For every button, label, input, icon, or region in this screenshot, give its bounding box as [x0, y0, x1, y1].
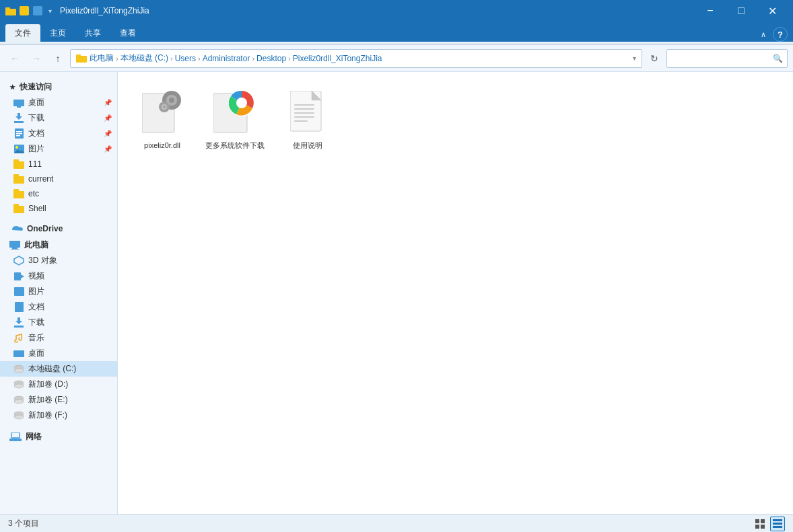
file-name-link: 更多系统软件下载 — [205, 141, 265, 150]
sidebar-item-current[interactable]: current — [0, 172, 117, 186]
folder-shell-icon — [13, 203, 24, 214]
pin-icon-0: 📌 — [104, 99, 112, 106]
sidebar-item-3d[interactable]: 3D 对象 — [0, 253, 117, 268]
address-dropdown-icon[interactable]: ▾ — [633, 54, 636, 62]
status-bar: 3 个项目 — [0, 514, 793, 532]
drive-c-icon — [13, 364, 24, 375]
pics2-icon — [13, 287, 24, 297]
svg-rect-69 — [773, 526, 782, 528]
sidebar-item-drive-d[interactable]: 新加卷 (D:) — [0, 377, 117, 392]
svg-point-34 — [14, 400, 24, 404]
main-layout: ★ 快速访问 桌面 📌 下载 📌 文档 📌 — [0, 72, 793, 514]
svg-rect-21 — [14, 287, 24, 296]
svg-rect-63 — [755, 519, 759, 523]
file-item-dll[interactable]: pixeliz0r.dll — [129, 83, 196, 155]
tab-share[interactable]: 共享 — [75, 24, 110, 42]
sidebar-item-music[interactable]: 音乐 — [0, 330, 117, 346]
sidebar-item-docs2[interactable]: 文档 — [0, 299, 117, 315]
sidebar-item-shell[interactable]: Shell — [0, 201, 117, 216]
file-name-dll: pixeliz0r.dll — [144, 141, 180, 150]
sidebar-item-etc[interactable]: etc — [0, 186, 117, 201]
sidebar-item-download1[interactable]: 下载 📌 — [0, 110, 117, 126]
sidebar-item-pics1[interactable]: 图片 📌 — [0, 141, 117, 157]
svg-rect-64 — [761, 519, 765, 523]
folder-etc-icon — [13, 188, 24, 199]
tab-home[interactable]: 主页 — [40, 24, 75, 42]
svg-marker-18 — [14, 256, 24, 265]
svg-point-37 — [14, 415, 24, 419]
minimize-button[interactable]: − — [695, 0, 726, 22]
help-button[interactable]: ? — [773, 27, 788, 42]
svg-point-28 — [14, 369, 24, 373]
sidebar: ★ 快速访问 桌面 📌 下载 📌 文档 📌 — [0, 72, 118, 514]
svg-rect-25 — [13, 350, 24, 357]
forward-button[interactable]: → — [27, 49, 46, 68]
svg-rect-38 — [11, 432, 20, 438]
svg-rect-68 — [773, 523, 782, 525]
svg-rect-17 — [11, 249, 19, 250]
sidebar-item-video[interactable]: 视频 — [0, 268, 117, 284]
link-file-icon — [213, 89, 256, 135]
sidebar-item-111[interactable]: 111 — [0, 157, 117, 172]
back-button[interactable]: ← — [5, 49, 24, 68]
video-icon — [13, 271, 24, 282]
up-button[interactable]: ↑ — [48, 49, 67, 68]
ribbon-collapse-icon[interactable]: ∧ — [757, 30, 770, 39]
list-view-button[interactable] — [770, 517, 785, 531]
search-box[interactable]: 🔍 — [666, 49, 788, 68]
file-item-link[interactable]: 更多系统软件下载 — [201, 83, 269, 155]
svg-rect-39 — [9, 439, 13, 441]
svg-rect-66 — [761, 525, 765, 529]
sep-4: › — [252, 54, 254, 63]
pin-icon-3: 📌 — [104, 145, 112, 153]
sep-3: › — [198, 54, 201, 63]
sidebar-item-drive-c[interactable]: 本地磁盘 (C:) — [0, 361, 117, 377]
svg-rect-6 — [14, 121, 24, 123]
maximize-button[interactable]: □ — [726, 0, 757, 22]
drive-e-icon — [13, 395, 24, 406]
breadcrumb-c[interactable]: 本地磁盘 (C:) — [120, 52, 168, 64]
desktop-icon — [13, 98, 24, 108]
svg-point-13 — [15, 146, 18, 149]
sep-5: › — [288, 54, 291, 63]
title-bar-icons: ▾ — [5, 7, 55, 15]
view-controls — [753, 517, 785, 531]
network-section: 网络 — [0, 427, 117, 445]
sidebar-item-drive-e[interactable]: 新加卷 (E:) — [0, 392, 117, 408]
ribbon: 文件 主页 共享 查看 ∧ ? — [0, 22, 793, 45]
tab-view[interactable]: 查看 — [110, 24, 145, 42]
svg-point-47 — [169, 98, 174, 103]
svg-rect-4 — [13, 100, 24, 106]
svg-rect-3 — [76, 54, 81, 57]
tab-file[interactable]: 文件 — [5, 24, 40, 42]
link-icon-container — [211, 88, 259, 137]
breadcrumb-this-pc[interactable]: 此电脑 — [90, 52, 114, 64]
sidebar-item-desktop1[interactable]: 桌面 📌 — [0, 95, 117, 110]
ribbon-tab-bar: 文件 主页 共享 查看 ∧ ? — [0, 22, 793, 42]
sidebar-item-drive-f[interactable]: 新加卷 (F:) — [0, 408, 117, 423]
refresh-button[interactable]: ↻ — [645, 49, 664, 68]
sidebar-item-docs1[interactable]: 文档 📌 — [0, 126, 117, 141]
folder-address-icon — [76, 54, 87, 63]
address-bar[interactable]: 此电脑 › 本地磁盘 (C:) › Users › Administrator … — [70, 49, 642, 68]
sidebar-item-desktop2[interactable]: 桌面 — [0, 346, 117, 361]
breadcrumb-admin[interactable]: Administrator — [203, 54, 250, 63]
sidebar-item-download2[interactable]: 下载 — [0, 315, 117, 330]
close-button[interactable]: ✕ — [757, 0, 788, 22]
music-icon — [13, 333, 24, 344]
sidebar-item-pics2[interactable]: 图片 — [0, 284, 117, 299]
svg-marker-7 — [15, 113, 22, 120]
folder-111-icon — [13, 159, 24, 169]
file-item-txt[interactable]: 使用说明 — [274, 83, 341, 155]
pin-icon-2: 📌 — [104, 130, 112, 137]
svg-point-54 — [236, 98, 247, 108]
grid-view-button[interactable] — [753, 517, 767, 531]
breadcrumb-folder[interactable]: Pixeliz0rdll_XiTongZhiJia — [293, 54, 382, 63]
breadcrumb-users[interactable]: Users — [175, 54, 196, 63]
content-area: pixeliz0r.dll — [118, 72, 793, 514]
svg-rect-11 — [16, 135, 20, 137]
drive-f-icon — [13, 410, 24, 421]
pin-icon-1: 📌 — [104, 114, 112, 122]
breadcrumb-desktop[interactable]: Desktop — [256, 54, 286, 63]
this-pc-section: 此电脑 — [0, 235, 117, 253]
